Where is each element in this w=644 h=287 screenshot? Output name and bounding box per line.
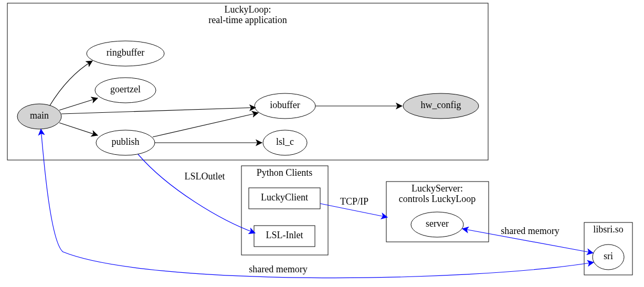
svg-text:publish: publish — [111, 136, 139, 147]
cluster-luckyserver-title2: controls LuckyLoop — [399, 194, 476, 204]
node-main: main — [17, 104, 61, 129]
svg-rect-0 — [7, 3, 488, 160]
svg-text:hw_config: hw_config — [421, 100, 461, 110]
svg-text:LuckyClient: LuckyClient — [261, 192, 308, 203]
node-publish: publish — [96, 130, 155, 155]
svg-text:sri: sri — [604, 251, 613, 261]
edge-label-lsloutlet: LSLOutlet — [185, 171, 225, 182]
edge-main-goertzel — [59, 98, 98, 110]
svg-text:server: server — [426, 218, 449, 229]
node-hw-config: hw_config — [403, 93, 479, 119]
cluster-libsri-title: libsri.so — [593, 224, 624, 235]
node-goertzel: goertzel — [95, 78, 156, 103]
edge-publish-iobuffer — [153, 113, 258, 137]
svg-text:main: main — [30, 110, 49, 121]
node-iobuffer: iobuffer — [255, 93, 315, 119]
edge-main-iobuffer — [61, 108, 256, 114]
diagram-svg: LuckyLoop: real-time application Python … — [0, 0, 644, 287]
node-lsl-c: lsl_c — [263, 130, 307, 155]
node-lsl-inlet: LSL-Inlet — [254, 226, 315, 247]
node-sri: sri — [593, 245, 624, 270]
svg-text:iobuffer: iobuffer — [270, 100, 300, 110]
node-server: server — [411, 212, 463, 237]
svg-text:lsl_c: lsl_c — [276, 136, 294, 147]
svg-text:LSL-Inlet: LSL-Inlet — [266, 230, 303, 240]
svg-text:ringbuffer: ringbuffer — [107, 47, 145, 58]
node-luckyclient: LuckyClient — [249, 188, 320, 209]
edge-publish-lslinlet — [138, 154, 255, 233]
edge-label-tcpip: TCP/IP — [340, 196, 368, 207]
cluster-luckyloop-title2: real-time application — [208, 15, 287, 25]
edge-main-ringbuffer — [50, 61, 92, 105]
edge-main-publish — [59, 123, 98, 135]
edge-label-sharedmem1: shared memory — [501, 226, 559, 236]
node-ringbuffer: ringbuffer — [87, 41, 164, 66]
cluster-luckyserver-title1: LuckyServer: — [411, 183, 463, 194]
cluster-luckyloop: LuckyLoop: real-time application — [7, 3, 488, 160]
svg-text:goertzel: goertzel — [110, 84, 141, 94]
cluster-luckyloop-title1: LuckyLoop: — [225, 4, 271, 15]
cluster-pyclients-title: Python Clients — [257, 167, 313, 178]
edge-label-sharedmem2: shared memory — [249, 264, 307, 274]
